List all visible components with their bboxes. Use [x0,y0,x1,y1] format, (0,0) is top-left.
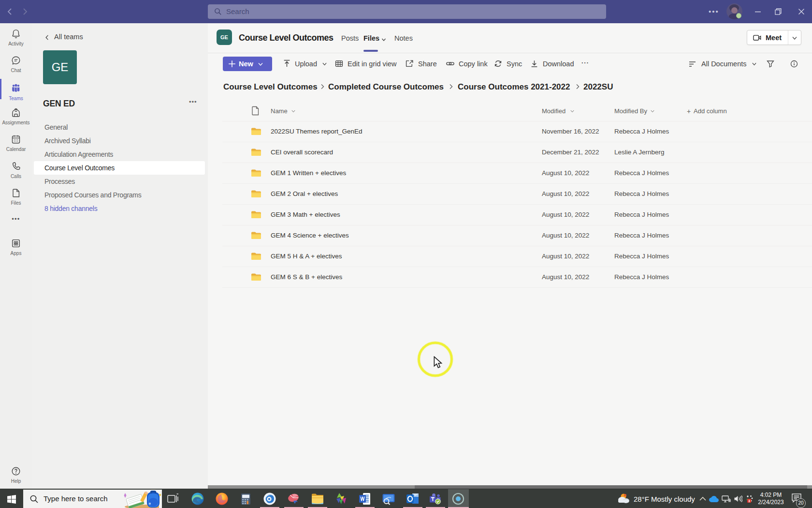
svg-text:3: 3 [748,499,750,503]
